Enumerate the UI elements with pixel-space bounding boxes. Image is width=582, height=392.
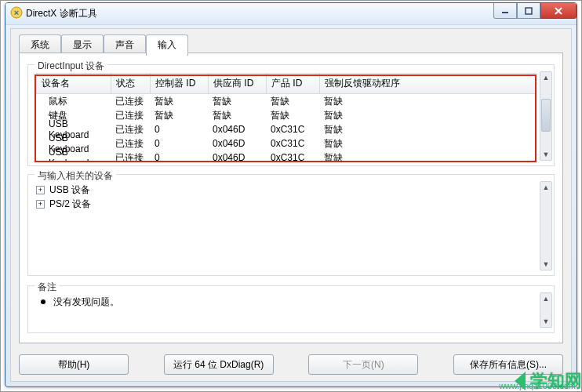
- group-directinput-devices: DirectInput 设备 设备名 状态 控制器 ID 供应商 ID 产品 I…: [27, 64, 555, 166]
- col-ff-driver[interactable]: 强制反馈驱动程序: [319, 73, 537, 94]
- cell-status: 已连接: [111, 122, 150, 137]
- cell-status: 已连接: [111, 151, 150, 162]
- window-title: DirectX 诊断工具: [26, 7, 97, 20]
- app-icon: ×: [10, 6, 23, 22]
- table-row[interactable]: USB Keyboard已连接00x046D0xC31C暂缺: [36, 122, 537, 136]
- table-header-row: 设备名 状态 控制器 ID 供应商 ID 产品 ID 强制反馈驱动程序: [36, 73, 537, 94]
- table-row[interactable]: USB Keyboard已连接00x046D0xC31C暂缺: [36, 151, 537, 161]
- scroll-down-icon[interactable]: ▼: [541, 259, 551, 270]
- table-row[interactable]: 键盘已连接暂缺暂缺暂缺暂缺: [36, 108, 537, 122]
- maximize-icon: [525, 7, 533, 15]
- close-button[interactable]: [540, 3, 577, 19]
- expand-icon[interactable]: +: [36, 186, 45, 194]
- tree-label: USB 设备: [49, 183, 90, 197]
- tree-item-ps2[interactable]: + PS/2 设备: [36, 197, 537, 211]
- col-device-name[interactable]: 设备名: [36, 73, 111, 94]
- cell-name: USB Keyboard: [36, 146, 111, 161]
- minimize-button[interactable]: [493, 3, 517, 19]
- cell-prod: 0xC31C: [266, 151, 319, 161]
- cell-ff: 暂缺: [319, 122, 537, 137]
- cell-prod: 0xC31C: [266, 123, 319, 136]
- client-area: 系统 显示 声音 输入 DirectInput 设备 设备名 状态 控制器 ID…: [10, 28, 572, 382]
- related-tree: + USB 设备 + PS/2 设备: [36, 183, 537, 270]
- col-status[interactable]: 状态: [111, 73, 150, 94]
- col-controller-id[interactable]: 控制器 ID: [150, 73, 208, 94]
- tree-item-usb[interactable]: + USB 设备: [36, 183, 537, 197]
- maximize-button[interactable]: [517, 3, 540, 19]
- cell-vend: 0x046D: [208, 123, 266, 136]
- cell-status: 已连接: [111, 136, 150, 151]
- table-row[interactable]: USB Keyboard已连接00x046D0xC31C暂缺: [36, 136, 537, 151]
- window-frame: × DirectX 诊断工具 系统 显示 声音 输入 DirectInput 设…: [5, 2, 577, 387]
- scroll-up-icon[interactable]: ▲: [541, 293, 551, 304]
- cell-vend: 0x046D: [208, 137, 266, 150]
- group-legend: DirectInput 设备: [35, 60, 107, 73]
- watermark-url: www.jmqz1000.com: [499, 381, 576, 390]
- tree-label: PS/2 设备: [49, 198, 91, 211]
- cell-ctrl: 暂缺: [150, 94, 208, 109]
- cell-ctrl: 0: [150, 137, 208, 150]
- titlebar: × DirectX 诊断工具: [5, 3, 577, 25]
- next-page-button[interactable]: 下一页(N): [308, 354, 418, 375]
- cell-prod: 暂缺: [266, 108, 319, 123]
- cell-ctrl: 0: [150, 151, 208, 161]
- button-row: 帮助(H) 运行 64 位 DxDiag(R) 下一页(N) 保存所有信息(S)…: [19, 354, 563, 375]
- cell-ctrl: 暂缺: [150, 108, 208, 123]
- tab-strip: 系统 显示 声音 输入: [11, 29, 571, 55]
- col-vendor-id[interactable]: 供应商 ID: [208, 73, 266, 94]
- scrollbar[interactable]: ▲ ▼: [540, 181, 552, 270]
- notes-body: 没有发现问题。: [36, 296, 537, 326]
- col-product-id[interactable]: 产品 ID: [266, 73, 319, 94]
- scroll-up-icon[interactable]: ▲: [541, 72, 551, 83]
- table-row[interactable]: 鼠标已连接暂缺暂缺暂缺暂缺: [36, 94, 537, 108]
- device-table: 设备名 状态 控制器 ID 供应商 ID 产品 ID 强制反馈驱动程序 鼠标已连…: [36, 73, 537, 161]
- run-64bit-dxdiag-button[interactable]: 运行 64 位 DxDiag(R): [164, 354, 274, 375]
- notes-text: 没有发现问题。: [53, 296, 119, 309]
- group-legend: 与输入相关的设备: [35, 169, 116, 183]
- scroll-up-icon[interactable]: ▲: [541, 182, 551, 193]
- cell-prod: 0xC31C: [266, 137, 319, 150]
- cell-status: 已连接: [111, 94, 150, 109]
- help-button[interactable]: 帮助(H): [19, 354, 129, 375]
- group-notes: 备注 没有发现问题。 ▲ ▼: [27, 285, 555, 333]
- cell-status: 已连接: [111, 108, 150, 123]
- scrollbar[interactable]: ▲ ▼: [540, 71, 552, 161]
- scroll-down-icon[interactable]: ▼: [541, 316, 551, 327]
- cell-prod: 暂缺: [266, 94, 319, 109]
- cell-name: 鼠标: [36, 94, 111, 109]
- group-legend: 备注: [35, 281, 60, 294]
- cell-vend: 0x046D: [208, 151, 266, 161]
- svg-rect-3: [526, 8, 532, 14]
- cell-ctrl: 0: [150, 123, 208, 136]
- scrollbar-thumb[interactable]: [541, 99, 551, 132]
- scroll-down-icon[interactable]: ▼: [541, 149, 551, 160]
- cell-ff: 暂缺: [319, 151, 537, 162]
- close-icon: [554, 6, 563, 16]
- group-related-devices: 与输入相关的设备 + USB 设备 + PS/2 设备 ▲ ▼: [27, 174, 555, 276]
- svg-text:×: ×: [14, 8, 19, 17]
- cell-ff: 暂缺: [319, 94, 537, 109]
- expand-icon[interactable]: +: [36, 200, 45, 209]
- cell-ff: 暂缺: [319, 108, 537, 123]
- tab-panel-input: DirectInput 设备 设备名 状态 控制器 ID 供应商 ID 产品 I…: [19, 53, 563, 343]
- minimize-icon: [501, 7, 509, 15]
- cell-vend: 暂缺: [208, 108, 266, 123]
- bullet-icon: [41, 299, 45, 304]
- cell-ff: 暂缺: [319, 136, 537, 151]
- tab-input[interactable]: 输入: [146, 34, 188, 56]
- cell-vend: 暂缺: [208, 94, 266, 109]
- scrollbar[interactable]: ▲ ▼: [540, 292, 552, 328]
